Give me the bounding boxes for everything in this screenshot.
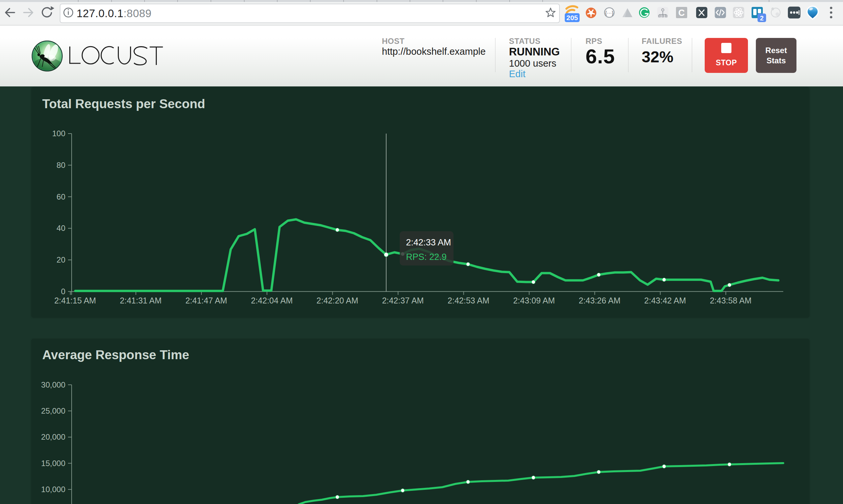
svg-text:100: 100 [52, 129, 65, 138]
svg-text:2:42:33 AM: 2:42:33 AM [406, 237, 451, 247]
svg-text:60: 60 [56, 192, 65, 201]
svg-text:2:42:37 AM: 2:42:37 AM [382, 296, 423, 305]
svg-text:10,000: 10,000 [41, 485, 65, 494]
svg-text:25,000: 25,000 [41, 407, 65, 415]
svg-text:0: 0 [61, 287, 65, 296]
svg-text:2:43:58 AM: 2:43:58 AM [710, 296, 751, 305]
svg-text:40: 40 [56, 223, 65, 233]
svg-text:2:43:42 AM: 2:43:42 AM [644, 296, 686, 305]
svg-text:205: 205 [566, 14, 578, 21]
svg-text:20: 20 [56, 255, 65, 264]
svg-text:15,000: 15,000 [41, 459, 65, 468]
svg-text:C: C [678, 8, 685, 18]
svg-text:20,000: 20,000 [41, 432, 65, 441]
svg-text:2:42:53 AM: 2:42:53 AM [447, 296, 489, 305]
svg-text:2:43:09 AM: 2:43:09 AM [513, 296, 555, 305]
svg-text:2:42:04 AM: 2:42:04 AM [251, 296, 293, 305]
svg-text:2: 2 [760, 15, 763, 22]
svg-text:RPS: 22.9: RPS: 22.9 [406, 252, 446, 262]
svg-text:{···}: {···} [605, 10, 613, 16]
svg-text:2:41:31 AM: 2:41:31 AM [120, 296, 161, 305]
svg-text:2:43:26 AM: 2:43:26 AM [579, 296, 620, 305]
svg-text:2:41:47 AM: 2:41:47 AM [186, 296, 227, 305]
svg-text:30,000: 30,000 [41, 380, 65, 389]
svg-text:80: 80 [56, 161, 65, 169]
svg-text:2:42:20 AM: 2:42:20 AM [317, 296, 358, 305]
svg-text:2:41:15 AM: 2:41:15 AM [54, 296, 96, 305]
